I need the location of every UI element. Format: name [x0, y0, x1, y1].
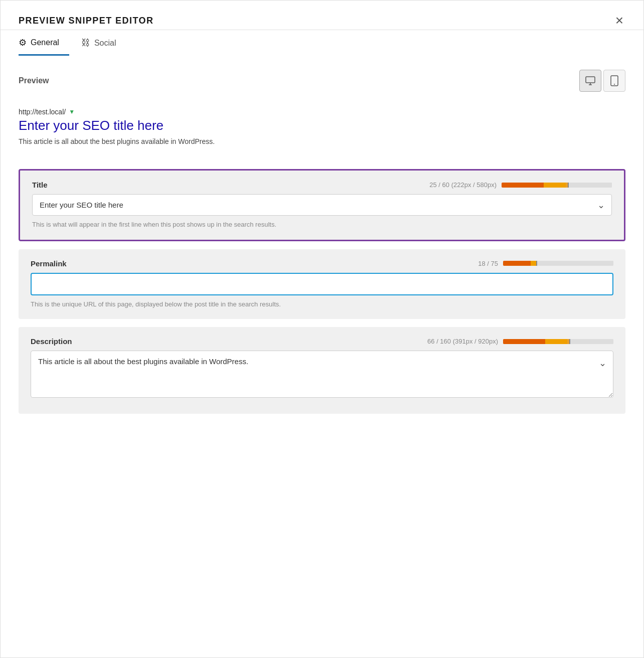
preview-seo-title[interactable]: Enter your SEO title here: [19, 118, 625, 133]
modal-header: PREVIEW SNIPPET EDITOR ×: [1, 1, 643, 30]
desc-progress-rest: [570, 339, 613, 344]
description-field-header: Description 66 / 160 (391px / 920px): [31, 337, 613, 346]
permalink-input-wrapper: [31, 273, 613, 295]
description-section: Description 66 / 160 (391px / 920px) Thi…: [19, 327, 625, 414]
permalink-label: Permalink: [31, 259, 67, 268]
url-arrow-icon: ▼: [69, 108, 75, 115]
title-section: Title 25 / 60 (222px / 580px) ⌄ This is …: [19, 169, 625, 241]
permalink-section: Permalink 18 / 75 This is the unique URL…: [19, 249, 625, 319]
permalink-counter: 18 / 75: [478, 260, 613, 267]
preview-label: Preview: [19, 76, 49, 85]
tab-social-label: Social: [94, 39, 116, 48]
social-icon: ⛓: [81, 38, 90, 48]
description-counter-text: 66 / 160 (391px / 920px): [427, 338, 498, 345]
preview-description: This article is all about the best plugi…: [19, 136, 625, 147]
title-counter: 25 / 60 (222px / 580px): [429, 181, 612, 189]
description-progress-bar: [503, 339, 613, 344]
desc-progress-s3: [567, 339, 571, 344]
permalink-progress-rest: [537, 261, 613, 266]
description-label: Description: [31, 337, 72, 346]
description-textarea[interactable]: This article is all about the best plugi…: [31, 351, 613, 398]
preview-icons: [579, 70, 625, 92]
svg-rect-0: [586, 77, 595, 83]
permalink-progress-s1: [503, 261, 531, 266]
title-progress-s2: [544, 183, 566, 188]
title-hint: This is what will appear in the first li…: [32, 220, 612, 230]
title-counter-text: 25 / 60 (222px / 580px): [429, 181, 497, 189]
description-counter: 66 / 160 (391px / 920px): [427, 338, 613, 345]
preview-url: http://test.local/ ▼: [19, 108, 625, 116]
modal-content: Preview: [1, 56, 643, 657]
svg-point-4: [614, 84, 615, 85]
tab-social[interactable]: ⛓ Social: [81, 31, 126, 56]
preview-header: Preview: [19, 70, 625, 92]
permalink-hint: This is the unique URL of this page, dis…: [31, 299, 613, 309]
mobile-icon: [610, 75, 619, 86]
title-input-wrapper: ⌄: [32, 194, 612, 216]
close-button[interactable]: ×: [613, 12, 625, 30]
permalink-progress-s2: [531, 261, 537, 266]
preview-box: http://test.local/ ▼ Enter your SEO titl…: [19, 100, 625, 159]
desc-progress-s2: [545, 339, 567, 344]
permalink-field-header: Permalink 18 / 75: [31, 259, 613, 268]
tab-general-label: General: [31, 38, 59, 47]
title-progress-bar: [502, 183, 612, 188]
title-progress-s3: [566, 183, 569, 188]
tab-general[interactable]: ⚙ General: [19, 30, 69, 56]
permalink-input[interactable]: [31, 273, 613, 295]
permalink-progress-bar: [503, 261, 613, 266]
desktop-preview-button[interactable]: [579, 70, 601, 92]
preview-url-text: http://test.local/: [19, 108, 66, 116]
tabs-row: ⚙ General ⛓ Social: [1, 30, 643, 56]
permalink-counter-text: 18 / 75: [478, 260, 498, 267]
modal-container: PREVIEW SNIPPET EDITOR × ⚙ General ⛓ Soc…: [0, 0, 644, 658]
gear-icon: ⚙: [19, 37, 27, 48]
title-label: Title: [32, 181, 48, 189]
modal-title: PREVIEW SNIPPET EDITOR: [19, 16, 153, 26]
title-progress-s1: [502, 183, 544, 188]
title-input[interactable]: [32, 194, 612, 216]
title-field-header: Title 25 / 60 (222px / 580px): [32, 181, 612, 189]
description-input-wrapper: This article is all about the best plugi…: [31, 351, 613, 400]
desktop-icon: [585, 75, 596, 86]
mobile-preview-button[interactable]: [603, 70, 625, 92]
desc-progress-s1: [503, 339, 545, 344]
title-progress-rest: [569, 183, 612, 188]
